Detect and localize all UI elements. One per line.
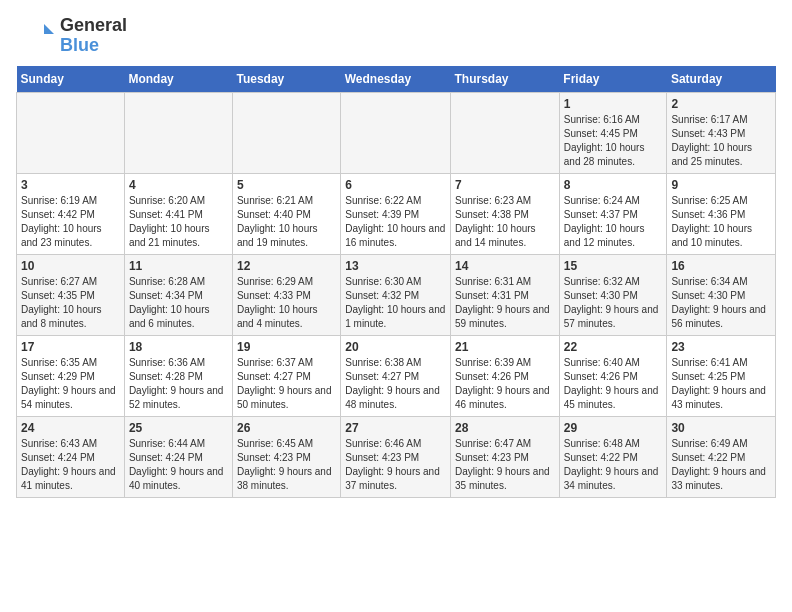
calendar-cell: 13Sunrise: 6:30 AM Sunset: 4:32 PM Dayli… — [341, 255, 451, 336]
day-info: Sunrise: 6:38 AM Sunset: 4:27 PM Dayligh… — [345, 356, 446, 412]
day-info: Sunrise: 6:24 AM Sunset: 4:37 PM Dayligh… — [564, 194, 663, 250]
calendar-cell: 27Sunrise: 6:46 AM Sunset: 4:23 PM Dayli… — [341, 417, 451, 498]
day-number: 14 — [455, 259, 555, 273]
calendar-week-row-4: 17Sunrise: 6:35 AM Sunset: 4:29 PM Dayli… — [17, 336, 776, 417]
calendar-cell — [124, 93, 232, 174]
calendar-cell: 16Sunrise: 6:34 AM Sunset: 4:30 PM Dayli… — [667, 255, 776, 336]
day-number: 11 — [129, 259, 228, 273]
day-info: Sunrise: 6:17 AM Sunset: 4:43 PM Dayligh… — [671, 113, 771, 169]
day-number: 8 — [564, 178, 663, 192]
day-number: 23 — [671, 340, 771, 354]
day-info: Sunrise: 6:36 AM Sunset: 4:28 PM Dayligh… — [129, 356, 228, 412]
day-number: 13 — [345, 259, 446, 273]
calendar-cell: 21Sunrise: 6:39 AM Sunset: 4:26 PM Dayli… — [451, 336, 560, 417]
day-number: 6 — [345, 178, 446, 192]
day-info: Sunrise: 6:32 AM Sunset: 4:30 PM Dayligh… — [564, 275, 663, 331]
day-number: 21 — [455, 340, 555, 354]
day-info: Sunrise: 6:47 AM Sunset: 4:23 PM Dayligh… — [455, 437, 555, 493]
day-number: 17 — [21, 340, 120, 354]
day-number: 2 — [671, 97, 771, 111]
day-info: Sunrise: 6:39 AM Sunset: 4:26 PM Dayligh… — [455, 356, 555, 412]
calendar-cell: 18Sunrise: 6:36 AM Sunset: 4:28 PM Dayli… — [124, 336, 232, 417]
day-number: 16 — [671, 259, 771, 273]
day-number: 1 — [564, 97, 663, 111]
weekday-header-monday: Monday — [124, 66, 232, 93]
day-number: 9 — [671, 178, 771, 192]
day-info: Sunrise: 6:16 AM Sunset: 4:45 PM Dayligh… — [564, 113, 663, 169]
day-info: Sunrise: 6:45 AM Sunset: 4:23 PM Dayligh… — [237, 437, 336, 493]
day-info: Sunrise: 6:34 AM Sunset: 4:30 PM Dayligh… — [671, 275, 771, 331]
day-info: Sunrise: 6:37 AM Sunset: 4:27 PM Dayligh… — [237, 356, 336, 412]
day-info: Sunrise: 6:31 AM Sunset: 4:31 PM Dayligh… — [455, 275, 555, 331]
day-number: 18 — [129, 340, 228, 354]
day-info: Sunrise: 6:44 AM Sunset: 4:24 PM Dayligh… — [129, 437, 228, 493]
day-number: 5 — [237, 178, 336, 192]
calendar-cell — [341, 93, 451, 174]
day-number: 29 — [564, 421, 663, 435]
calendar-week-row-5: 24Sunrise: 6:43 AM Sunset: 4:24 PM Dayli… — [17, 417, 776, 498]
logo: GeneralBlue — [16, 16, 127, 56]
calendar-week-row-1: 1Sunrise: 6:16 AM Sunset: 4:45 PM Daylig… — [17, 93, 776, 174]
calendar-cell — [451, 93, 560, 174]
day-info: Sunrise: 6:20 AM Sunset: 4:41 PM Dayligh… — [129, 194, 228, 250]
calendar-cell: 30Sunrise: 6:49 AM Sunset: 4:22 PM Dayli… — [667, 417, 776, 498]
day-info: Sunrise: 6:40 AM Sunset: 4:26 PM Dayligh… — [564, 356, 663, 412]
day-number: 28 — [455, 421, 555, 435]
day-info: Sunrise: 6:46 AM Sunset: 4:23 PM Dayligh… — [345, 437, 446, 493]
calendar-cell: 17Sunrise: 6:35 AM Sunset: 4:29 PM Dayli… — [17, 336, 125, 417]
day-number: 24 — [21, 421, 120, 435]
calendar-cell: 25Sunrise: 6:44 AM Sunset: 4:24 PM Dayli… — [124, 417, 232, 498]
calendar-cell: 15Sunrise: 6:32 AM Sunset: 4:30 PM Dayli… — [559, 255, 667, 336]
day-info: Sunrise: 6:30 AM Sunset: 4:32 PM Dayligh… — [345, 275, 446, 331]
day-info: Sunrise: 6:22 AM Sunset: 4:39 PM Dayligh… — [345, 194, 446, 250]
calendar-cell: 23Sunrise: 6:41 AM Sunset: 4:25 PM Dayli… — [667, 336, 776, 417]
calendar-week-row-2: 3Sunrise: 6:19 AM Sunset: 4:42 PM Daylig… — [17, 174, 776, 255]
calendar-cell: 3Sunrise: 6:19 AM Sunset: 4:42 PM Daylig… — [17, 174, 125, 255]
weekday-header-saturday: Saturday — [667, 66, 776, 93]
day-number: 10 — [21, 259, 120, 273]
calendar-cell — [232, 93, 340, 174]
day-number: 22 — [564, 340, 663, 354]
logo-text-blue: Blue — [60, 36, 127, 56]
calendar-cell: 10Sunrise: 6:27 AM Sunset: 4:35 PM Dayli… — [17, 255, 125, 336]
calendar-cell: 2Sunrise: 6:17 AM Sunset: 4:43 PM Daylig… — [667, 93, 776, 174]
calendar-week-row-3: 10Sunrise: 6:27 AM Sunset: 4:35 PM Dayli… — [17, 255, 776, 336]
calendar-cell: 14Sunrise: 6:31 AM Sunset: 4:31 PM Dayli… — [451, 255, 560, 336]
weekday-header-wednesday: Wednesday — [341, 66, 451, 93]
weekday-header-tuesday: Tuesday — [232, 66, 340, 93]
logo-text-general: General — [60, 16, 127, 36]
calendar-cell: 1Sunrise: 6:16 AM Sunset: 4:45 PM Daylig… — [559, 93, 667, 174]
day-info: Sunrise: 6:23 AM Sunset: 4:38 PM Dayligh… — [455, 194, 555, 250]
calendar-cell — [17, 93, 125, 174]
day-number: 7 — [455, 178, 555, 192]
day-number: 27 — [345, 421, 446, 435]
calendar-cell: 4Sunrise: 6:20 AM Sunset: 4:41 PM Daylig… — [124, 174, 232, 255]
calendar-cell: 6Sunrise: 6:22 AM Sunset: 4:39 PM Daylig… — [341, 174, 451, 255]
day-number: 12 — [237, 259, 336, 273]
day-number: 4 — [129, 178, 228, 192]
day-info: Sunrise: 6:48 AM Sunset: 4:22 PM Dayligh… — [564, 437, 663, 493]
day-number: 25 — [129, 421, 228, 435]
calendar-cell: 28Sunrise: 6:47 AM Sunset: 4:23 PM Dayli… — [451, 417, 560, 498]
calendar-cell: 29Sunrise: 6:48 AM Sunset: 4:22 PM Dayli… — [559, 417, 667, 498]
day-number: 3 — [21, 178, 120, 192]
day-number: 30 — [671, 421, 771, 435]
calendar-cell: 22Sunrise: 6:40 AM Sunset: 4:26 PM Dayli… — [559, 336, 667, 417]
day-number: 15 — [564, 259, 663, 273]
calendar-cell: 8Sunrise: 6:24 AM Sunset: 4:37 PM Daylig… — [559, 174, 667, 255]
weekday-header-sunday: Sunday — [17, 66, 125, 93]
calendar-cell: 19Sunrise: 6:37 AM Sunset: 4:27 PM Dayli… — [232, 336, 340, 417]
day-number: 20 — [345, 340, 446, 354]
weekday-header-thursday: Thursday — [451, 66, 560, 93]
calendar-header-row: SundayMondayTuesdayWednesdayThursdayFrid… — [17, 66, 776, 93]
logo-svg — [16, 16, 56, 56]
calendar-cell: 11Sunrise: 6:28 AM Sunset: 4:34 PM Dayli… — [124, 255, 232, 336]
day-info: Sunrise: 6:35 AM Sunset: 4:29 PM Dayligh… — [21, 356, 120, 412]
day-info: Sunrise: 6:27 AM Sunset: 4:35 PM Dayligh… — [21, 275, 120, 331]
calendar-cell: 20Sunrise: 6:38 AM Sunset: 4:27 PM Dayli… — [341, 336, 451, 417]
day-info: Sunrise: 6:41 AM Sunset: 4:25 PM Dayligh… — [671, 356, 771, 412]
day-info: Sunrise: 6:25 AM Sunset: 4:36 PM Dayligh… — [671, 194, 771, 250]
day-info: Sunrise: 6:21 AM Sunset: 4:40 PM Dayligh… — [237, 194, 336, 250]
logo-text-block: GeneralBlue — [60, 16, 127, 56]
day-info: Sunrise: 6:29 AM Sunset: 4:33 PM Dayligh… — [237, 275, 336, 331]
